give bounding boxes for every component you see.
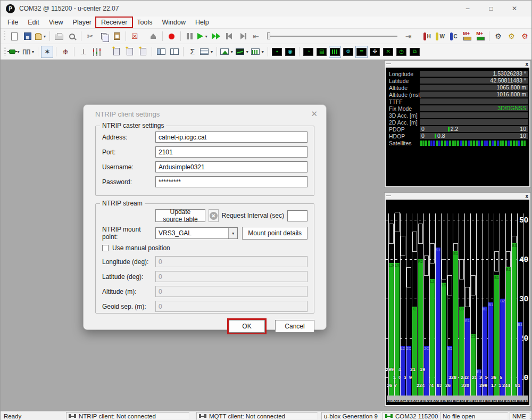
configuration-file-gear-button[interactable]: ⚙: [505, 30, 518, 43]
receiver-ground-button[interactable]: ⊥: [77, 46, 89, 58]
compass-view-button[interactable]: ◉: [284, 46, 296, 58]
baudrate-button[interactable]: ∏∏▼: [22, 46, 35, 58]
menu-item-file[interactable]: File: [3, 18, 23, 27]
dialog-close-icon[interactable]: ✕: [311, 109, 318, 119]
histogram-view-button[interactable]: ▼: [251, 46, 265, 58]
message-rate-add-button[interactable]: [474, 30, 486, 43]
chart-panel-grip[interactable]: x: [385, 193, 530, 200]
configuration-view-button[interactable]: ⚙: [342, 46, 354, 58]
chevron-down-icon[interactable]: ▼: [228, 228, 237, 238]
deviation-view-button[interactable]: ✣: [369, 46, 381, 58]
receiver-port-button[interactable]: ▼: [9, 46, 21, 58]
dock-split-view-button[interactable]: [168, 46, 180, 58]
camera-view-button[interactable]: ▪: [271, 46, 283, 58]
menu-item-tools[interactable]: Tools: [132, 18, 157, 27]
eject-button[interactable]: [147, 30, 160, 43]
longitudedeg-input[interactable]: [155, 256, 307, 267]
geoidsepm-input[interactable]: [155, 301, 307, 312]
sky-plot-view-button[interactable]: ✕: [382, 46, 394, 58]
menu-item-help[interactable]: Help: [190, 18, 214, 27]
playback-position-slider[interactable]: [267, 32, 397, 40]
step-forward-button[interactable]: [237, 30, 249, 43]
tuning-sliders-button[interactable]: [90, 46, 103, 58]
clear-messages-button[interactable]: ☒: [129, 30, 141, 43]
menu-item-window[interactable]: Window: [157, 18, 190, 27]
altitudem-input[interactable]: [155, 286, 307, 297]
mount-point-combobox[interactable]: VRS3_GAL ▼: [155, 227, 238, 239]
minimize-button[interactable]: –: [456, 5, 479, 12]
data-panel-close-icon[interactable]: x: [525, 61, 528, 68]
configuration-gear-button[interactable]: ⚙: [492, 30, 504, 43]
chart-panel-close-icon[interactable]: x: [525, 193, 528, 200]
chevron-down-icon[interactable]: ▼: [204, 35, 208, 38]
jump-begin-button[interactable]: ⇤: [250, 30, 262, 43]
message-poll-add-button[interactable]: [461, 30, 473, 43]
copy-button[interactable]: [97, 30, 110, 43]
password-input[interactable]: [155, 176, 307, 187]
play-button[interactable]: ▼: [197, 30, 209, 43]
log-package-date-button[interactable]: [123, 46, 136, 58]
chart-view-button[interactable]: ▼: [235, 46, 250, 58]
jump-end-button[interactable]: ⇥: [402, 30, 414, 43]
cancel-button[interactable]: Cancel: [275, 320, 314, 333]
save-file-button[interactable]: [21, 30, 34, 43]
chevron-down-icon[interactable]: ▼: [43, 35, 46, 38]
request-interval-input[interactable]: [287, 210, 307, 221]
signal-bar-label: C2: [471, 335, 476, 339]
clock-view-button[interactable]: ◷: [395, 46, 408, 58]
dock-left-view-button[interactable]: [155, 46, 167, 58]
new-file-button[interactable]: [8, 30, 20, 43]
cancel-update-button[interactable]: ✕: [209, 209, 219, 222]
map-view-button[interactable]: ▼: [220, 46, 234, 58]
menu-item-player[interactable]: Player: [68, 18, 96, 27]
address-input[interactable]: [155, 131, 307, 143]
chevron-down-icon[interactable]: ▼: [230, 50, 234, 54]
chevron-down-icon[interactable]: ▼: [31, 50, 35, 54]
step-back-button[interactable]: [223, 30, 236, 43]
port-input[interactable]: [155, 146, 307, 158]
table-view-button[interactable]: ▼: [200, 46, 214, 58]
messages-view-button[interactable]: ≣: [355, 46, 368, 58]
chevron-down-icon[interactable]: ▼: [261, 50, 264, 54]
azimuth-value: 1: [393, 375, 396, 380]
magic-wand-button[interactable]: ✶: [41, 46, 53, 58]
chevron-down-icon[interactable]: ▼: [16, 50, 20, 54]
toolbar-grip[interactable]: [4, 31, 5, 41]
print-preview-button[interactable]: [66, 30, 78, 43]
mount-point-details-button[interactable]: Mount point details: [242, 227, 307, 240]
pause-button[interactable]: [184, 30, 196, 43]
toolbar-grip[interactable]: [4, 47, 6, 56]
update-source-table-button[interactable]: Update source table: [155, 209, 205, 222]
slider-thumb[interactable]: [267, 32, 270, 39]
menu-item-view[interactable]: View: [44, 18, 68, 27]
chevron-down-icon[interactable]: ▼: [245, 50, 249, 54]
signal-strength-view-button[interactable]: [329, 46, 341, 58]
data-panel-grip[interactable]: x: [385, 61, 530, 68]
menu-item-edit[interactable]: Edit: [23, 18, 44, 27]
log-package-notes-button[interactable]: [137, 46, 149, 58]
latitudedeg-input[interactable]: [155, 271, 307, 282]
chevron-down-icon[interactable]: ▼: [210, 50, 213, 54]
hot-start-button[interactable]: H: [421, 30, 433, 43]
use-manual-position-checkbox[interactable]: [102, 245, 109, 251]
cut-button[interactable]: ✂: [84, 30, 96, 43]
extra-view-button[interactable]: ⧉: [409, 46, 421, 58]
maximize-button[interactable]: □: [479, 5, 503, 12]
username-input[interactable]: [155, 161, 307, 172]
close-button[interactable]: ✕: [503, 5, 526, 12]
warm-start-button[interactable]: W: [434, 30, 446, 43]
statistics-view-button[interactable]: Σ: [186, 46, 198, 58]
text-console-view-button[interactable]: ▤: [315, 46, 328, 58]
paste-button[interactable]: [111, 30, 123, 43]
record-button[interactable]: [165, 30, 178, 43]
print-button[interactable]: [53, 30, 65, 43]
log-package-new-button[interactable]: [110, 46, 122, 58]
cold-start-button[interactable]: C: [447, 30, 460, 43]
ok-button[interactable]: OK: [229, 320, 265, 333]
debug-messages-button[interactable]: ❉: [59, 46, 71, 58]
fast-forward-button[interactable]: [210, 30, 222, 43]
configuration-alert-gear-button[interactable]: ⚙: [519, 30, 531, 43]
menu-item-receiver[interactable]: Receiver: [96, 18, 132, 27]
open-file-button[interactable]: ▼: [35, 30, 47, 43]
sky-view-button[interactable]: ◔: [302, 46, 314, 58]
